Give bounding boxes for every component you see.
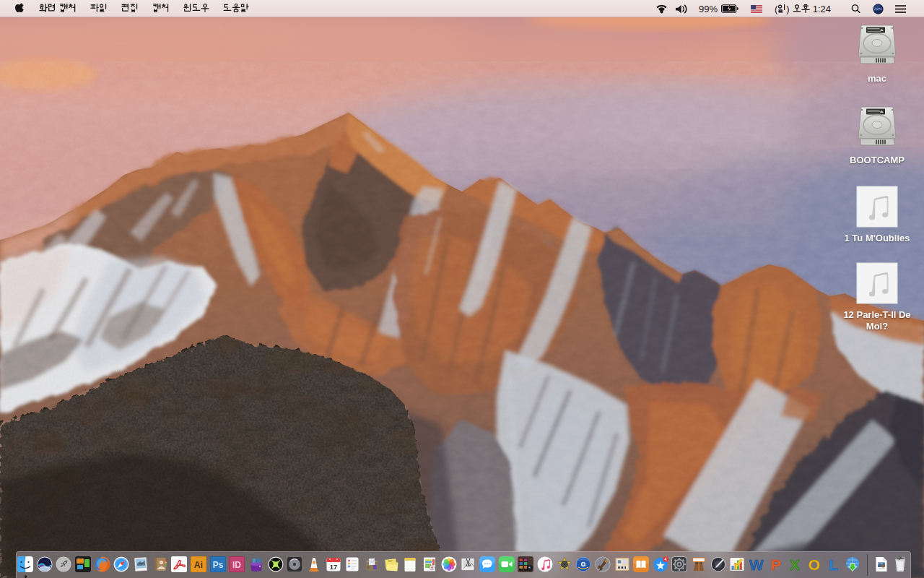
svg-text:W: W xyxy=(749,556,764,572)
svg-text:L: L xyxy=(829,556,838,572)
svg-text:O: O xyxy=(808,556,820,572)
svg-text:Ps: Ps xyxy=(212,560,223,570)
svg-text:X: X xyxy=(790,556,800,572)
svg-text:Ai: Ai xyxy=(194,560,203,570)
svg-text:ID: ID xyxy=(232,560,241,570)
svg-text:P: P xyxy=(771,556,781,572)
svg-text:17: 17 xyxy=(329,563,337,571)
